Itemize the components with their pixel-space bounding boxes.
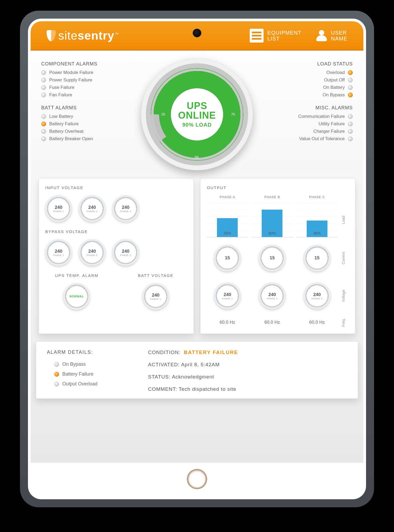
main-load-gauge[interactable]: 25 50 75 UPSONLINE 90% LOAD xyxy=(141,59,253,170)
alarm-item[interactable]: Utility Failure xyxy=(256,121,353,127)
status-led-icon xyxy=(348,122,353,126)
alarm-item[interactable]: Low Battery xyxy=(41,114,138,119)
alarm-label: Overload xyxy=(326,70,345,75)
misc-alarms-title: MISC. ALARMS xyxy=(256,105,353,111)
logo-text-b: sentry xyxy=(77,29,114,42)
gauge-value: 240 xyxy=(55,249,62,254)
batt-voltage-title: BATT VOLTAGE xyxy=(124,273,187,278)
alarm-item[interactable]: Charger Failure xyxy=(256,129,353,134)
alarm-label: Battery Failure xyxy=(62,371,93,377)
alarm-item[interactable]: Output Off xyxy=(256,77,353,83)
status-led-icon xyxy=(348,70,353,75)
gauge-phase: PHASE 2 xyxy=(267,297,278,300)
gauge-tick-25: 25 xyxy=(161,112,165,116)
alarm-label: Value Out of Tolerance xyxy=(299,136,345,142)
alarm-item[interactable]: Overload xyxy=(256,70,353,75)
alarm-item[interactable]: Communication Failure xyxy=(256,114,353,119)
alarm-item[interactable]: Battery Breaker Open xyxy=(41,136,138,142)
alarm-label: Power Module Failure xyxy=(49,70,93,75)
alarm-item[interactable]: Fuse Failure xyxy=(41,85,138,90)
list-icon xyxy=(250,29,264,43)
phase-gauge[interactable]: 15 xyxy=(304,245,330,271)
alarm-label: Low Battery xyxy=(49,114,73,119)
dashboard-screen: COMPONENT ALARMS Power Module FailurePow… xyxy=(31,51,363,463)
gauge-phase: PHASE 3 xyxy=(120,254,131,256)
phase-gauge[interactable]: 240PHASE 2 xyxy=(79,239,105,266)
batt-alarms-title: BATT ALARMS xyxy=(41,105,138,111)
ups-temp-gauge[interactable]: NORMAL xyxy=(63,283,90,310)
status-led-icon xyxy=(41,122,46,126)
output-card: OUTPUT PHASE APHASE BPHASE C55%80%48%Loa… xyxy=(200,178,355,334)
gauge-value: 240 xyxy=(224,292,231,297)
output-title: OUTPUT xyxy=(207,185,349,190)
phase-gauge[interactable]: 240PHASE 3 xyxy=(112,239,139,266)
alarm-item[interactable]: Battery Overheat xyxy=(41,129,138,134)
user-icon xyxy=(316,30,327,41)
batt-voltage-gauge[interactable]: 240PHASE 1 xyxy=(142,283,169,310)
alarm-item[interactable]: Power Module Failure xyxy=(41,70,138,75)
activated-key: ACTIVATED: xyxy=(148,362,180,367)
alarm-item[interactable]: On Bypass xyxy=(256,92,353,98)
comment-key: COMMENT: xyxy=(148,386,177,392)
gauge-value: 15 xyxy=(270,255,275,261)
phase-gauge[interactable]: 240PHASE 3 xyxy=(304,282,330,309)
phase-gauge[interactable]: 240PHASE 1 xyxy=(45,239,72,266)
status-val: Acknowledgment xyxy=(172,374,214,380)
status-led-icon xyxy=(348,114,353,119)
alarm-label: On Bypass xyxy=(62,361,86,367)
phase-header: PHASE B xyxy=(252,195,293,199)
status-led-icon xyxy=(41,93,46,97)
load-pct: 80% xyxy=(262,231,282,235)
alarm-item[interactable]: Battery Failure xyxy=(41,121,138,127)
alarm-item[interactable]: On Bypass xyxy=(54,361,137,367)
gauge-value: 240 xyxy=(313,292,321,297)
row-label-voltage: Voltage xyxy=(341,290,349,302)
comment-val: Tech dispatched to site xyxy=(179,386,236,392)
phase-gauge[interactable]: 240PHASE 1 xyxy=(214,282,241,309)
gauge-value: 240 xyxy=(88,249,96,254)
alarm-label: Fan Failure xyxy=(49,92,72,98)
gauge-phase: PHASE 1 xyxy=(222,297,233,300)
alarm-label: Charger Failure xyxy=(313,129,345,134)
phase-gauge[interactable]: 240PHASE 2 xyxy=(79,195,105,222)
equipment-list-button[interactable]: EQUIPMENT LIST xyxy=(250,29,301,43)
freq-value: 60.0 Hz xyxy=(252,317,293,328)
load-bar[interactable]: 80% xyxy=(252,203,293,237)
alarm-item[interactable]: On Battery xyxy=(256,85,353,90)
shield-icon xyxy=(47,30,56,41)
status-led-icon xyxy=(41,70,46,75)
alarm-item[interactable]: Power Supply Failure xyxy=(41,77,138,83)
load-pct: 48% xyxy=(307,231,327,235)
status-led-icon xyxy=(54,382,59,386)
user-menu-button[interactable]: USER NAME xyxy=(316,30,347,41)
camera-icon xyxy=(193,29,201,37)
alarm-label: On Bypass xyxy=(323,92,345,98)
gauge-tick-75: 75 xyxy=(231,112,235,116)
alarm-label: Utility Failure xyxy=(319,121,345,127)
freq-value: 60.0 Hz xyxy=(207,317,248,328)
activated-val: April 8, 5:42AM xyxy=(181,362,220,367)
alarm-item[interactable]: Battery Failure xyxy=(54,371,137,377)
load-bar[interactable]: 48% xyxy=(297,203,338,237)
phase-gauge[interactable]: 15 xyxy=(214,245,241,271)
left-alarm-column: COMPONENT ALARMS Power Module FailurePow… xyxy=(41,61,138,170)
alarm-details-title: ALARM DETAILS: xyxy=(47,350,137,355)
logo-tm: ™ xyxy=(115,32,119,36)
phase-gauge[interactable]: 240PHASE 1 xyxy=(45,195,72,222)
phase-gauge[interactable]: 15 xyxy=(259,245,285,271)
app-logo[interactable]: sitesentry™ xyxy=(47,29,119,42)
batt-voltage-value: 240 xyxy=(152,293,159,298)
batt-voltage-phase: PHASE 1 xyxy=(150,298,161,300)
load-bar[interactable]: 55% xyxy=(207,203,248,237)
phase-gauge[interactable]: 240PHASE 2 xyxy=(259,282,285,309)
phase-gauge[interactable]: 240PHASE 3 xyxy=(112,195,139,222)
alarm-item[interactable]: Fan Failure xyxy=(41,92,138,98)
home-button[interactable] xyxy=(187,469,207,489)
alarm-item[interactable]: Value Out of Tolerance xyxy=(256,136,353,142)
status-led-icon xyxy=(348,78,353,82)
row-label-load: Load xyxy=(341,216,349,224)
alarm-label: Battery Failure xyxy=(49,121,79,127)
ups-temp-value: NORMAL xyxy=(69,295,84,298)
gauge-value: 240 xyxy=(55,205,62,210)
alarm-item[interactable]: Output Overload xyxy=(54,381,137,387)
